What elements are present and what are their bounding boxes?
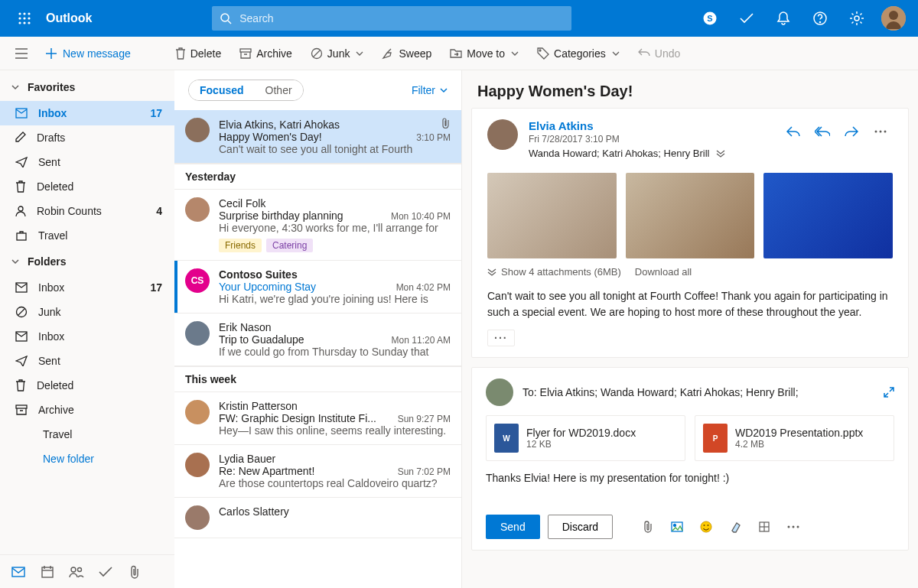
folder-item-inbox[interactable]: Inbox xyxy=(0,324,174,349)
send-button[interactable]: Send xyxy=(486,515,540,539)
expand-quoted-button[interactable]: ··· xyxy=(487,330,515,346)
settings-button[interactable] xyxy=(838,0,875,37)
archive-button[interactable]: Archive xyxy=(232,41,300,66)
folders-header[interactable]: Folders xyxy=(0,248,174,275)
download-all-button[interactable]: Download all xyxy=(635,266,692,278)
tasks-button[interactable] xyxy=(728,0,765,37)
folder-item-sent[interactable]: Sent xyxy=(0,349,174,373)
attachment-size: 12 KB xyxy=(526,439,636,450)
svg-rect-36 xyxy=(42,567,53,577)
chevron-double-down-icon[interactable] xyxy=(716,150,725,158)
reply-body[interactable]: Thanks Elvia! Here is my presentation fo… xyxy=(486,472,894,484)
favorites-header[interactable]: Favorites xyxy=(0,73,174,101)
reply-all-button[interactable] xyxy=(810,119,835,144)
folder-item-junk[interactable]: Junk xyxy=(0,300,174,324)
folder-item-robin-counts[interactable]: Robin Counts4 xyxy=(0,199,174,223)
folder-item-inbox[interactable]: Inbox17 xyxy=(0,101,174,125)
message-item[interactable]: Elvia Atkins, Katri AhokasHappy Women's … xyxy=(174,110,461,164)
sweep-button[interactable]: Sweep xyxy=(374,41,439,66)
new-message-button[interactable]: New message xyxy=(37,41,140,66)
expand-composer-button[interactable] xyxy=(884,387,894,398)
attach-button[interactable] xyxy=(636,515,660,539)
sender-name[interactable]: Elvia Atkins xyxy=(529,119,770,132)
account-avatar[interactable] xyxy=(881,6,906,31)
bell-icon xyxy=(776,11,790,26)
message-time: Sun 9:27 PM xyxy=(398,414,451,424)
forward-button[interactable] xyxy=(839,119,864,144)
filter-button[interactable]: Filter xyxy=(412,84,448,96)
command-bar: New message Delete Archive Junk Sweep Mo… xyxy=(0,37,918,70)
svg-point-43 xyxy=(880,131,882,133)
inbox-icon xyxy=(15,331,28,342)
message-item[interactable]: Cecil FolkSurprise birthday planningMon … xyxy=(174,190,461,261)
message-preview: If we could go from Thursday to Sunday t… xyxy=(219,346,451,358)
emoji-button[interactable] xyxy=(694,515,718,539)
folder-item-deleted[interactable]: Deleted xyxy=(0,373,174,398)
skype-button[interactable]: S xyxy=(692,0,728,37)
sender-avatar xyxy=(185,321,210,346)
folder-item-travel[interactable]: Travel xyxy=(0,422,174,447)
move-to-button[interactable]: Move to xyxy=(442,41,526,66)
message-sender: Cecil Folk xyxy=(219,197,265,210)
people-module-button[interactable] xyxy=(63,558,90,586)
show-attachments-button[interactable]: Show 4 attachments (6MB) xyxy=(487,266,621,278)
attachment-card[interactable]: WFlyer for WD2019.docx12 KB xyxy=(486,415,685,461)
category-tag[interactable]: Friends xyxy=(219,239,262,252)
categories-button[interactable]: Categories xyxy=(529,41,627,66)
search-box[interactable] xyxy=(212,6,571,31)
category-tag[interactable]: Catering xyxy=(266,239,313,252)
message-item[interactable]: Carlos Slattery xyxy=(174,498,461,538)
attachment-image[interactable] xyxy=(487,173,617,258)
sender-avatar xyxy=(185,505,210,530)
delete-button[interactable]: Delete xyxy=(168,41,229,66)
discard-button[interactable]: Discard xyxy=(548,515,613,539)
reply-recipients[interactable]: To: Elvia Atkins; Wanda Howard; Katri Ah… xyxy=(522,386,799,398)
new-folder-link[interactable]: New folder xyxy=(0,447,174,471)
svg-rect-29 xyxy=(17,233,26,240)
notifications-button[interactable] xyxy=(765,0,802,37)
message-item[interactable]: Kristin PattersonFW: Graphic Design Inst… xyxy=(174,392,461,445)
folder-item-drafts[interactable]: Drafts xyxy=(0,125,174,150)
attachment-image[interactable] xyxy=(626,173,755,258)
folder-item-deleted[interactable]: Deleted xyxy=(0,174,174,199)
attachment-card[interactable]: PWD2019 Presentation.pptx4.2 MB xyxy=(695,415,894,461)
folder-item-archive[interactable]: Archive xyxy=(0,398,174,422)
folder-item-travel[interactable]: Travel xyxy=(0,223,174,248)
folder-item-inbox[interactable]: Inbox17 xyxy=(0,275,174,300)
app-launcher-button[interactable] xyxy=(6,0,43,37)
chevron-down-icon xyxy=(612,50,620,57)
insert-image-button[interactable] xyxy=(665,515,689,539)
undo-button[interactable]: Undo xyxy=(630,41,688,66)
reply-all-icon xyxy=(815,126,830,137)
attachment-image[interactable] xyxy=(763,173,893,258)
calendar-module-button[interactable] xyxy=(34,558,61,586)
message-item[interactable]: Erik NasonTrip to GuadalupeMon 11:20 AMI… xyxy=(174,313,461,366)
mail-module-button[interactable] xyxy=(5,558,32,586)
insert-table-button[interactable] xyxy=(752,515,776,539)
message-item[interactable]: CSContoso SuitesYour Upcoming StayMon 4:… xyxy=(174,261,461,313)
more-actions-button[interactable] xyxy=(868,119,893,144)
mail-icon xyxy=(11,567,25,577)
skype-icon: S xyxy=(702,11,718,26)
message-preview: Hey—I saw this online, seems really inte… xyxy=(219,424,451,437)
message-item[interactable]: Lydia BauerRe: New Apartment!Sun 7:02 PM… xyxy=(174,445,461,498)
my-avatar xyxy=(486,378,513,406)
tab-other[interactable]: Other xyxy=(255,80,303,100)
nav-toggle-button[interactable] xyxy=(9,41,34,66)
tasks-module-button[interactable] xyxy=(92,558,119,586)
junk-button[interactable]: Junk xyxy=(303,41,372,66)
reply-button[interactable] xyxy=(781,119,806,144)
tab-focused[interactable]: Focused xyxy=(189,80,255,100)
highlight-button[interactable] xyxy=(723,515,747,539)
search-input[interactable] xyxy=(238,11,564,25)
focused-other-toggle[interactable]: Focused Other xyxy=(188,80,304,101)
chevron-down-icon xyxy=(511,50,519,57)
message-subject: Re: New Apartment! xyxy=(219,465,314,477)
help-button[interactable] xyxy=(802,0,838,37)
attachments-module-button[interactable] xyxy=(121,558,148,586)
folder-count: 4 xyxy=(156,205,162,217)
more-compose-button[interactable] xyxy=(781,515,806,539)
folder-item-sent[interactable]: Sent xyxy=(0,150,174,174)
svg-point-49 xyxy=(708,525,709,526)
forward-icon xyxy=(845,126,858,137)
